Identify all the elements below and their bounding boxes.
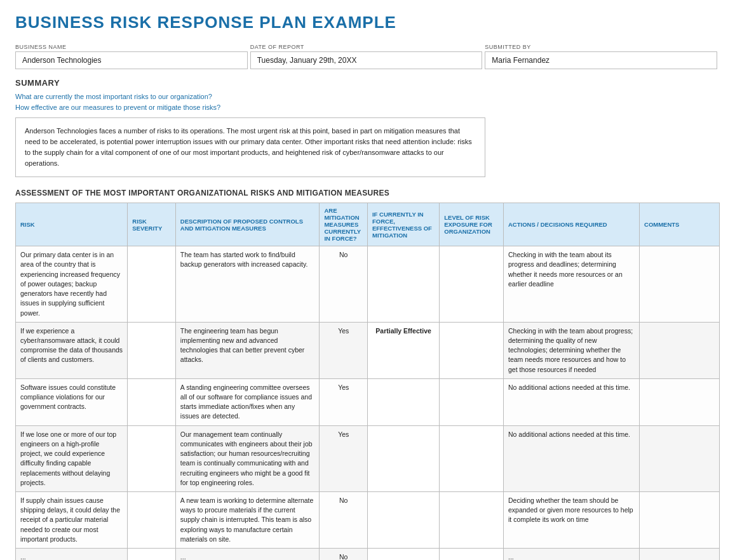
risk-comments xyxy=(640,322,720,378)
risk-effectiveness: Effective xyxy=(367,378,439,425)
risk-mitigation-desc: A new team is working to determine alter… xyxy=(175,492,320,549)
risk-mitigation-desc: A standing engineering committee oversee… xyxy=(175,378,320,425)
submitted-label: SUBMITTED BY xyxy=(485,44,720,50)
risk-in-force: No xyxy=(320,246,368,323)
risk-desc: ... xyxy=(16,549,128,560)
risk-comments xyxy=(640,549,720,560)
business-name-col: BUSINESS NAME Anderson Technologies xyxy=(15,44,250,69)
risk-mitigation-desc: The engineering team has begun implement… xyxy=(175,322,320,378)
risk-effectiveness: Ineffective xyxy=(367,549,439,560)
page-title: BUSINESS RISK RESPONSE PLAN EXAMPLE xyxy=(15,13,720,32)
submitted-value: Maria Fernandez xyxy=(485,51,717,69)
risk-actions: ... xyxy=(503,549,639,560)
risk-severity: High xyxy=(128,246,176,323)
risk-actions: Checking in with the team about its prog… xyxy=(503,246,639,323)
col-header-risk: RISK xyxy=(16,203,128,246)
summary-question-2: How effective are our measures to preven… xyxy=(15,102,720,113)
risk-comments xyxy=(640,246,720,323)
date-label: DATE OF REPORT xyxy=(250,44,485,50)
risk-comments xyxy=(640,492,720,549)
col-header-effectiveness: IF CURRENTLY IN FORCE, EFFECTIVENESS OF … xyxy=(367,203,439,246)
risk-actions: Checking in with the team about progress… xyxy=(503,322,639,378)
risk-desc: If we experience a cyber/ransomware atta… xyxy=(16,322,128,378)
risk-severity: Medium xyxy=(128,492,176,549)
risk-severity: Low xyxy=(128,378,176,425)
risk-effectiveness: No Current Mitigation xyxy=(367,246,439,323)
risk-effectiveness: Partially Effective xyxy=(367,322,439,378)
risk-desc: Our primary data center is in an area of… xyxy=(16,246,128,323)
summary-body: Anderson Technologies faces a number of … xyxy=(15,117,485,177)
risk-comments xyxy=(640,425,720,491)
risk-desc: If we lose one or more of our top engine… xyxy=(16,425,128,491)
risk-actions: No additional actions needed at this tim… xyxy=(503,378,639,425)
risk-mitigation-desc: Our management team continually communic… xyxy=(175,425,320,491)
summary-questions: What are currently the most important ri… xyxy=(15,91,720,112)
risk-exposure: High xyxy=(440,549,504,560)
col-header-comments: COMMENTS xyxy=(640,203,720,246)
risk-exposure: High xyxy=(440,246,504,323)
risk-desc: Software issues could constitute complia… xyxy=(16,378,128,425)
col-header-description: DESCRIPTION OF PROPOSED CONTROLS AND MIT… xyxy=(175,203,320,246)
submitted-col: SUBMITTED BY Maria Fernandez xyxy=(485,44,720,69)
risk-severity: Medium xyxy=(128,322,176,378)
risk-mitigation-desc: The team has started work to find/build … xyxy=(175,246,320,323)
col-header-actions: ACTIONS / DECISIONS REQUIRED xyxy=(503,203,639,246)
date-value: Tuesday, January 29th, 20XX xyxy=(250,51,483,69)
summary-question-1: What are currently the most important ri… xyxy=(15,91,720,102)
assessment-title: ASSESSMENT OF THE MOST IMPORTANT ORGANIZ… xyxy=(15,189,720,197)
risk-in-force: No xyxy=(320,492,368,549)
risk-in-force: Yes xyxy=(320,425,368,491)
col-header-exposure: LEVEL OF RISK EXPOSURE FOR ORGANIZATION xyxy=(440,203,504,246)
risk-mitigation-desc: ... xyxy=(175,549,320,560)
risk-comments xyxy=(640,378,720,425)
date-col: DATE OF REPORT Tuesday, January 29th, 20… xyxy=(250,44,485,69)
table-row: ... High ... No Ineffective High ... xyxy=(16,549,720,560)
risk-exposure: Medium xyxy=(440,425,504,491)
risk-in-force: No xyxy=(320,549,368,560)
risk-desc: If supply chain issues cause shipping de… xyxy=(16,492,128,549)
risk-table: RISK RISK SEVERITY DESCRIPTION OF PROPOS… xyxy=(15,203,720,560)
business-name-label: BUSINESS NAME xyxy=(15,44,250,50)
table-row: If supply chain issues cause shipping de… xyxy=(16,492,720,549)
risk-exposure: Medium xyxy=(440,492,504,549)
business-name-value: Anderson Technologies xyxy=(15,51,248,69)
table-row: Software issues could constitute complia… xyxy=(16,378,720,425)
table-row: If we experience a cyber/ransomware atta… xyxy=(16,322,720,378)
risk-severity: High xyxy=(128,549,176,560)
risk-actions: Deciding whether the team should be expa… xyxy=(503,492,639,549)
risk-in-force: Yes xyxy=(320,322,368,378)
risk-effectiveness: No Current Mitigation xyxy=(367,492,439,549)
risk-in-force: Yes xyxy=(320,378,368,425)
table-row: Our primary data center is in an area of… xyxy=(16,246,720,323)
col-header-severity: RISK SEVERITY xyxy=(128,203,176,246)
risk-exposure: Medium xyxy=(440,322,504,378)
summary-title: SUMMARY xyxy=(15,78,720,88)
risk-effectiveness: Effective xyxy=(367,425,439,491)
col-header-inforce: ARE MITIGATION MEASURES CURRENTLY IN FOR… xyxy=(320,203,368,246)
risk-exposure: Low xyxy=(440,378,504,425)
risk-actions: No additional actions needed at this tim… xyxy=(503,425,639,491)
risk-severity: Medium xyxy=(128,425,176,491)
table-row: If we lose one or more of our top engine… xyxy=(16,425,720,491)
meta-section: BUSINESS NAME Anderson Technologies DATE… xyxy=(15,44,720,69)
